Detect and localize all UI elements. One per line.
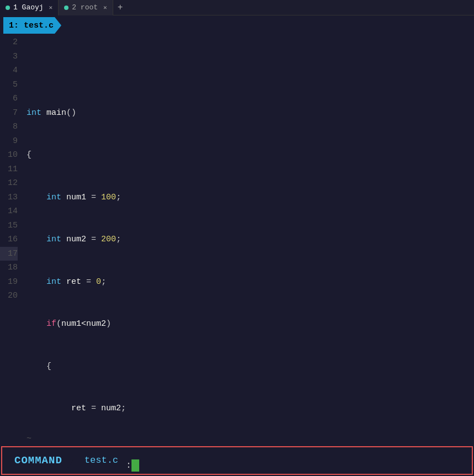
line-num-4: 4	[0, 64, 18, 78]
code-line-10: ret = num2;	[27, 401, 474, 416]
cursor-block	[131, 459, 139, 472]
tab2-dot	[64, 6, 69, 10]
tab2-close[interactable]: ✕	[103, 4, 107, 11]
line-num-16: 16	[0, 232, 18, 247]
tab1-dot	[6, 6, 10, 10]
code-line-6: int num2 = 200;	[27, 232, 474, 247]
tab-1-gaoyj[interactable]: 1 Gaoyj ✕	[0, 0, 59, 15]
status-filename: test.c	[73, 455, 118, 466]
line-num-11: 11	[0, 162, 18, 177]
file-label-text: 1: test.c	[9, 21, 54, 30]
new-tab-button[interactable]: +	[113, 0, 128, 15]
colon-prefix: :	[124, 461, 131, 473]
tab-bar: 1 Gaoyj ✕ 2 root ✕ +	[0, 0, 474, 15]
line-num-17: 17	[0, 247, 18, 261]
line-num-10: 10	[0, 148, 18, 162]
tilde-char: ~	[27, 434, 31, 443]
status-bar: COMMAND test.c :	[1, 446, 473, 475]
line-num-5: 5	[0, 78, 18, 92]
line-num-14: 14	[0, 204, 18, 219]
code-line-5: int num1 = 100;	[27, 191, 474, 205]
line-num-8: 8	[0, 120, 18, 134]
tab-2-root[interactable]: 2 root ✕	[59, 0, 113, 15]
code-line-8: if(num1<num2)	[27, 317, 474, 331]
code-line-7: int ret = 0;	[27, 275, 474, 289]
line-numbers: 2 3 4 5 6 7 8 9 10 11 12 13 14 15 16 17 …	[0, 35, 22, 432]
code-line-9: {	[27, 359, 474, 374]
command-mode-label: COMMAND	[14, 454, 62, 467]
line-num-6: 6	[0, 92, 18, 106]
code-content[interactable]: int main() { int num1 = 100; int num2 = …	[22, 35, 474, 432]
tab1-label: 1 Gaoyj	[13, 3, 44, 12]
line-num-13: 13	[0, 191, 18, 205]
code-line-4: {	[27, 148, 474, 162]
bottom-area: ~ COMMAND test.c :	[0, 432, 474, 476]
file-label: 1: test.c	[3, 17, 61, 34]
line-num-12: 12	[0, 176, 18, 191]
line-num-19: 19	[0, 275, 18, 289]
line-num-7: 7	[0, 106, 18, 120]
line-num-9: 9	[0, 134, 18, 149]
line-num-20: 20	[0, 289, 18, 303]
tilde-line: ~	[0, 432, 474, 446]
line-num-15: 15	[0, 219, 18, 233]
line-num-3: 3	[0, 50, 18, 64]
line-num-18: 18	[0, 261, 18, 275]
status-cursor-area: :	[118, 447, 139, 474]
file-label-bar: 1: test.c	[0, 15, 474, 35]
code-line-2	[27, 64, 474, 78]
line-num-2: 2	[0, 35, 18, 50]
tab1-close[interactable]: ✕	[49, 4, 53, 11]
tab2-label: 2 root	[72, 3, 98, 12]
editor-area: 2 3 4 5 6 7 8 9 10 11 12 13 14 15 16 17 …	[0, 35, 474, 432]
code-line-3: int main()	[27, 106, 474, 120]
